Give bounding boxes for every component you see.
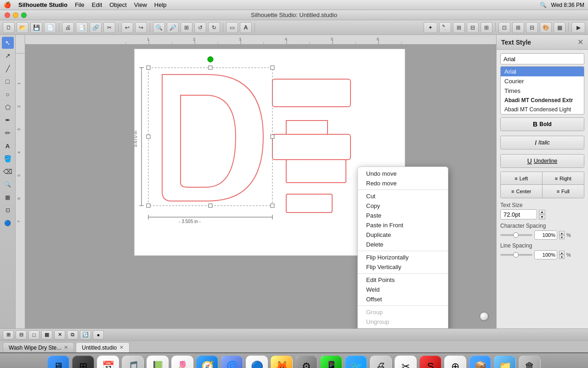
undo-button[interactable]: ↩ xyxy=(121,22,133,33)
dock-firefox[interactable]: 🦊 xyxy=(271,356,293,368)
grid-button[interactable]: ⊞ xyxy=(512,22,524,33)
layers-button[interactable]: ⊟ xyxy=(526,22,538,33)
select-tool[interactable]: ↖ xyxy=(2,37,14,49)
node-tool[interactable]: ↗ xyxy=(2,50,14,62)
bold-button[interactable]: B Bold xyxy=(501,118,584,131)
dock-settings[interactable]: ⚙ xyxy=(295,356,317,368)
silhouette-library-button[interactable]: 📄 xyxy=(44,22,56,33)
line-spacing-input[interactable] xyxy=(534,250,557,259)
dock-app3[interactable]: ⊕ xyxy=(444,356,466,368)
font-list-item-abadi-condensed-light[interactable]: Abadi MT Condensed Light xyxy=(501,105,584,114)
ctx-copy[interactable]: Copy xyxy=(358,201,448,211)
zoom-fit-button[interactable]: ⊞ xyxy=(181,22,192,33)
shape3-tool[interactable]: 🔵 xyxy=(2,217,14,229)
underline-button[interactable]: U Underline xyxy=(501,155,584,167)
align-full-button[interactable]: ≡ Full xyxy=(543,185,584,198)
shape2-tool[interactable]: ⊡ xyxy=(2,204,14,216)
ctx-offset[interactable]: Offset xyxy=(358,294,448,304)
bt-align-button[interactable]: □ xyxy=(28,330,40,339)
file-menu[interactable]: File xyxy=(75,1,85,8)
draw-line-tool[interactable]: ╱ xyxy=(2,63,14,75)
dock-pages[interactable]: 📗 xyxy=(147,356,169,368)
apple-menu[interactable]: 🍎 xyxy=(4,1,11,8)
ctx-duplicate[interactable]: Duplicate xyxy=(358,230,448,240)
bt-grid-button[interactable]: ⊞ xyxy=(3,330,14,339)
align-button[interactable]: ⊞ xyxy=(453,22,465,33)
dock-itunes[interactable]: 🎵 xyxy=(122,356,144,368)
minimize-window-button[interactable] xyxy=(13,12,18,18)
text-button[interactable]: A xyxy=(240,22,252,33)
dock-app2[interactable]: 📱 xyxy=(320,356,342,368)
line-spacing-slider[interactable] xyxy=(500,254,532,256)
ctx-paste-in-front[interactable]: Paste in Front xyxy=(358,220,448,230)
align-center-button[interactable]: ≡ Center xyxy=(501,185,543,198)
bt-rotate-button[interactable]: 🔃 xyxy=(80,330,91,339)
color-picker-ball[interactable] xyxy=(480,312,489,321)
open-button[interactable]: 📂 xyxy=(17,22,28,33)
link-button[interactable]: 🔗 xyxy=(90,22,102,33)
line-spacing-thumb[interactable] xyxy=(513,252,519,258)
maximize-window-button[interactable] xyxy=(21,12,27,18)
line-spacing-up-button[interactable]: ▲ xyxy=(559,251,565,255)
dock-launchpad[interactable]: ⊞ xyxy=(72,356,94,368)
line-spacing-down-button[interactable]: ▼ xyxy=(559,255,565,259)
trace-button[interactable]: ✦ xyxy=(424,22,437,33)
dock-printer[interactable]: 🖨 xyxy=(370,356,392,368)
menu-spotlight[interactable]: 🔍 xyxy=(540,2,547,8)
pen-tool[interactable]: ✒ xyxy=(2,114,14,126)
transform-button[interactable]: ⊞ xyxy=(481,22,492,33)
dock-trash[interactable]: 🗑 xyxy=(519,356,541,368)
dock-silhouette2[interactable]: S xyxy=(419,356,441,368)
rotate-left-button[interactable]: ↺ xyxy=(194,22,206,33)
dock-twitter[interactable]: 🐦 xyxy=(345,356,367,368)
zoom-in-button[interactable]: 🔍 xyxy=(153,22,165,33)
circle-tool[interactable]: ○ xyxy=(2,88,14,100)
tab-wash-wipe[interactable]: Wash Wipe Dry Ste... ✕ xyxy=(3,342,74,352)
print-button[interactable]: 🖨 xyxy=(62,22,74,33)
font-name-input[interactable] xyxy=(500,53,584,64)
replicate-button[interactable]: ⊟ xyxy=(467,22,479,33)
italic-button[interactable]: I Italic xyxy=(501,136,584,149)
character-spacing-thumb[interactable] xyxy=(513,232,519,238)
ctx-undo-move[interactable]: Undo move xyxy=(358,169,448,178)
bt-snap-button[interactable]: ⊟ xyxy=(16,330,27,339)
close-window-button[interactable] xyxy=(5,12,10,18)
draw-rect-button[interactable]: ▭ xyxy=(226,22,238,33)
print2-button[interactable]: 📑 xyxy=(76,22,88,33)
rectangle-tool[interactable]: □ xyxy=(2,75,14,87)
panel-close-button[interactable]: ✕ xyxy=(577,38,583,46)
tab-untitled-close[interactable]: ✕ xyxy=(119,345,124,351)
send-button[interactable]: ▶ xyxy=(571,22,585,33)
text-size-input[interactable] xyxy=(500,209,537,219)
help-menu[interactable]: Help xyxy=(154,1,167,8)
redo-button[interactable]: ↪ xyxy=(135,22,147,33)
paint-tool[interactable]: 🪣 xyxy=(2,153,14,165)
knife-button[interactable]: 🔪 xyxy=(439,22,451,33)
dock-chrome[interactable]: 🔵 xyxy=(246,356,268,368)
font-list-item-times[interactable]: Times xyxy=(501,86,584,96)
dock-silhouette[interactable]: ✂ xyxy=(395,356,417,368)
ctx-redo-move[interactable]: Redo move xyxy=(358,178,448,188)
dock-photos[interactable]: 🌷 xyxy=(171,356,193,368)
text-size-up-button[interactable]: ▲ xyxy=(539,210,545,214)
ctx-flip-horizontally[interactable]: Flip Horizontally xyxy=(358,253,448,262)
dock-safari[interactable]: 🧭 xyxy=(196,356,218,368)
app-name-menu[interactable]: Silhouette Studio xyxy=(18,1,68,8)
ctx-edit-points[interactable]: Edit Points xyxy=(358,275,448,285)
object-menu[interactable]: Object xyxy=(109,1,127,8)
tab-untitled[interactable]: Untitled.studio ✕ xyxy=(76,342,130,352)
align-left-button[interactable]: ≡ Left xyxy=(501,172,543,185)
erase-tool[interactable]: ⌫ xyxy=(2,166,14,178)
shape1-tool[interactable]: ▦ xyxy=(2,191,14,203)
bt-pattern-button[interactable]: ▦ xyxy=(41,330,52,339)
edit-menu[interactable]: Edit xyxy=(92,1,102,8)
char-spacing-down-button[interactable]: ▼ xyxy=(559,235,565,239)
bt-record-button[interactable]: ● xyxy=(93,330,104,339)
snap-button[interactable]: ⊡ xyxy=(498,22,510,33)
ctx-weld[interactable]: Weld xyxy=(358,285,448,294)
font-list-item-courier[interactable]: Courier xyxy=(501,76,584,86)
rotate-right-button[interactable]: ↻ xyxy=(208,22,220,33)
char-spacing-up-button[interactable]: ▲ xyxy=(559,231,565,235)
dock-swirl[interactable]: 🌀 xyxy=(221,356,243,368)
font-list-item-abadi-condensed-extr[interactable]: Abadi MT Condensed Extr xyxy=(501,96,584,105)
